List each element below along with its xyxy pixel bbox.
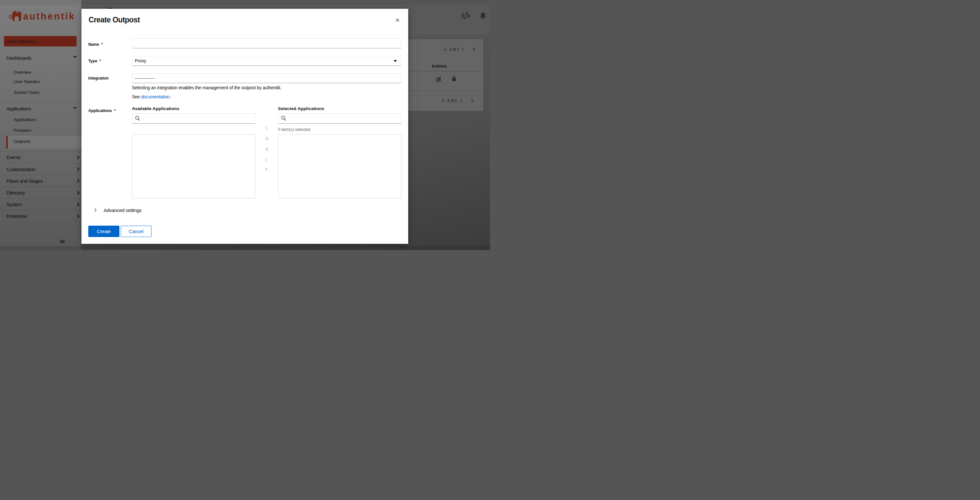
svg-text:authentik: authentik xyxy=(23,11,75,21)
